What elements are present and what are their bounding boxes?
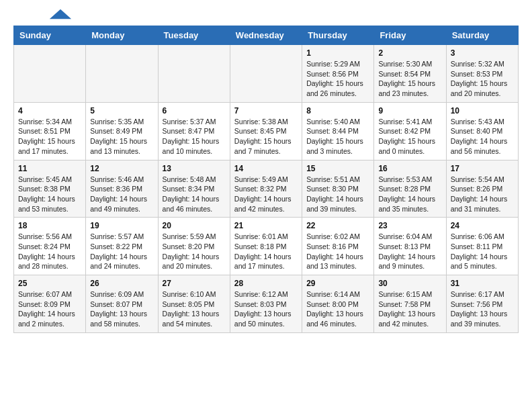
day-of-week-header: Monday — [86, 26, 158, 45]
day-number: 3 — [451, 48, 514, 58]
calendar-cell: 24Sunrise: 6:06 AM Sunset: 8:11 PM Dayli… — [446, 218, 518, 275]
day-number: 7 — [234, 106, 298, 116]
day-info: Sunrise: 5:45 AM Sunset: 8:38 PM Dayligh… — [18, 175, 81, 214]
day-info: Sunrise: 5:59 AM Sunset: 8:20 PM Dayligh… — [163, 232, 226, 271]
day-number: 1 — [306, 48, 369, 58]
calendar-week-row: 18Sunrise: 5:56 AM Sunset: 8:24 PM Dayli… — [14, 218, 519, 275]
day-of-week-header: Wednesday — [230, 26, 302, 45]
calendar-cell: 15Sunrise: 5:51 AM Sunset: 8:30 PM Dayli… — [302, 160, 374, 218]
calendar-cell: 17Sunrise: 5:54 AM Sunset: 8:26 PM Dayli… — [446, 160, 518, 218]
calendar-table: SundayMondayTuesdayWednesdayThursdayFrid… — [13, 26, 519, 333]
day-number: 24 — [451, 221, 514, 230]
day-info: Sunrise: 6:17 AM Sunset: 7:56 PM Dayligh… — [451, 289, 514, 329]
calendar-cell: 4Sunrise: 5:34 AM Sunset: 8:51 PM Daylig… — [14, 102, 86, 160]
calendar-cell: 20Sunrise: 5:59 AM Sunset: 8:20 PM Dayli… — [158, 218, 230, 275]
day-number: 12 — [90, 164, 153, 173]
calendar-cell: 25Sunrise: 6:07 AM Sunset: 8:09 PM Dayli… — [14, 275, 86, 333]
day-number: 26 — [90, 279, 153, 288]
day-info: Sunrise: 5:35 AM Sunset: 8:49 PM Dayligh… — [90, 117, 153, 156]
day-of-week-header: Friday — [374, 26, 446, 45]
day-info: Sunrise: 5:49 AM Sunset: 8:32 PM Dayligh… — [234, 175, 298, 214]
day-info: Sunrise: 5:53 AM Sunset: 8:28 PM Dayligh… — [378, 175, 441, 214]
calendar-cell: 13Sunrise: 5:48 AM Sunset: 8:34 PM Dayli… — [158, 160, 230, 218]
day-info: Sunrise: 6:12 AM Sunset: 8:03 PM Dayligh… — [234, 289, 298, 329]
calendar-cell: 18Sunrise: 5:56 AM Sunset: 8:24 PM Dayli… — [14, 218, 86, 275]
day-number: 13 — [163, 164, 226, 173]
day-info: Sunrise: 5:37 AM Sunset: 8:47 PM Dayligh… — [163, 117, 226, 156]
calendar-cell: 26Sunrise: 6:09 AM Sunset: 8:07 PM Dayli… — [86, 275, 158, 333]
calendar-cell: 7Sunrise: 5:38 AM Sunset: 8:45 PM Daylig… — [230, 102, 302, 160]
day-info: Sunrise: 5:57 AM Sunset: 8:22 PM Dayligh… — [90, 232, 153, 271]
day-number: 30 — [378, 279, 441, 288]
day-number: 5 — [90, 106, 153, 116]
day-info: Sunrise: 5:34 AM Sunset: 8:51 PM Dayligh… — [18, 117, 81, 156]
day-info: Sunrise: 6:02 AM Sunset: 8:16 PM Dayligh… — [306, 232, 369, 271]
calendar-cell: 12Sunrise: 5:46 AM Sunset: 8:36 PM Dayli… — [86, 160, 158, 218]
day-number: 11 — [18, 164, 81, 173]
day-of-week-header: Sunday — [14, 26, 86, 45]
day-number: 23 — [378, 221, 441, 230]
day-number: 19 — [90, 221, 153, 230]
day-number: 31 — [451, 279, 514, 288]
day-info: Sunrise: 5:43 AM Sunset: 8:40 PM Dayligh… — [451, 117, 514, 156]
day-number: 14 — [234, 164, 298, 173]
calendar-cell: 23Sunrise: 6:04 AM Sunset: 8:13 PM Dayli… — [374, 218, 446, 275]
day-number: 25 — [18, 279, 81, 288]
day-number: 17 — [451, 164, 514, 173]
calendar-cell: 22Sunrise: 6:02 AM Sunset: 8:16 PM Dayli… — [302, 218, 374, 275]
day-info: Sunrise: 5:32 AM Sunset: 8:53 PM Dayligh… — [451, 59, 514, 99]
calendar-cell: 31Sunrise: 6:17 AM Sunset: 7:56 PM Dayli… — [446, 275, 518, 333]
day-info: Sunrise: 6:06 AM Sunset: 8:11 PM Dayligh… — [451, 232, 514, 271]
calendar-cell: 14Sunrise: 5:49 AM Sunset: 8:32 PM Dayli… — [230, 160, 302, 218]
day-number: 8 — [306, 106, 369, 116]
logo-icon — [48, 8, 73, 20]
day-info: Sunrise: 5:54 AM Sunset: 8:26 PM Dayligh… — [451, 175, 514, 214]
day-number: 9 — [378, 106, 441, 116]
day-info: Sunrise: 5:40 AM Sunset: 8:44 PM Dayligh… — [306, 117, 369, 156]
calendar-header-row: SundayMondayTuesdayWednesdayThursdayFrid… — [14, 26, 519, 45]
calendar-cell: 16Sunrise: 5:53 AM Sunset: 8:28 PM Dayli… — [374, 160, 446, 218]
calendar-cell: 28Sunrise: 6:12 AM Sunset: 8:03 PM Dayli… — [230, 275, 302, 333]
calendar-cell: 2Sunrise: 5:30 AM Sunset: 8:54 PM Daylig… — [374, 45, 446, 103]
day-number: 15 — [306, 164, 369, 173]
calendar-cell: 6Sunrise: 5:37 AM Sunset: 8:47 PM Daylig… — [158, 102, 230, 160]
day-info: Sunrise: 6:15 AM Sunset: 7:58 PM Dayligh… — [378, 289, 441, 329]
day-number: 2 — [378, 48, 441, 58]
calendar-cell: 3Sunrise: 5:32 AM Sunset: 8:53 PM Daylig… — [446, 45, 518, 103]
calendar-cell: 27Sunrise: 6:10 AM Sunset: 8:05 PM Dayli… — [158, 275, 230, 333]
day-info: Sunrise: 6:04 AM Sunset: 8:13 PM Dayligh… — [378, 232, 441, 271]
day-number: 4 — [18, 106, 81, 116]
day-info: Sunrise: 5:38 AM Sunset: 8:45 PM Dayligh… — [234, 117, 298, 156]
calendar-week-row: 25Sunrise: 6:07 AM Sunset: 8:09 PM Dayli… — [14, 275, 519, 333]
calendar-cell: 9Sunrise: 5:41 AM Sunset: 8:42 PM Daylig… — [374, 102, 446, 160]
logo — [13, 11, 73, 20]
day-number: 6 — [163, 106, 226, 116]
day-info: Sunrise: 6:10 AM Sunset: 8:05 PM Dayligh… — [163, 289, 226, 329]
calendar-cell — [158, 45, 230, 103]
day-number: 29 — [306, 279, 369, 288]
day-info: Sunrise: 5:56 AM Sunset: 8:24 PM Dayligh… — [18, 232, 81, 271]
day-number: 18 — [18, 221, 81, 230]
calendar-cell: 19Sunrise: 5:57 AM Sunset: 8:22 PM Dayli… — [86, 218, 158, 275]
calendar-week-row: 1Sunrise: 5:29 AM Sunset: 8:56 PM Daylig… — [14, 45, 519, 103]
day-info: Sunrise: 5:30 AM Sunset: 8:54 PM Dayligh… — [378, 59, 441, 99]
day-of-week-header: Saturday — [446, 26, 518, 45]
calendar-week-row: 4Sunrise: 5:34 AM Sunset: 8:51 PM Daylig… — [14, 102, 519, 160]
page-header — [13, 11, 519, 20]
calendar-cell: 29Sunrise: 6:14 AM Sunset: 8:00 PM Dayli… — [302, 275, 374, 333]
svg-marker-0 — [50, 9, 71, 19]
day-info: Sunrise: 6:14 AM Sunset: 8:00 PM Dayligh… — [306, 289, 369, 329]
day-number: 22 — [306, 221, 369, 230]
day-number: 16 — [378, 164, 441, 173]
day-number: 10 — [451, 106, 514, 116]
calendar-week-row: 11Sunrise: 5:45 AM Sunset: 8:38 PM Dayli… — [14, 160, 519, 218]
day-info: Sunrise: 5:29 AM Sunset: 8:56 PM Dayligh… — [306, 59, 369, 99]
day-number: 27 — [163, 279, 226, 288]
calendar-cell: 30Sunrise: 6:15 AM Sunset: 7:58 PM Dayli… — [374, 275, 446, 333]
calendar-cell: 11Sunrise: 5:45 AM Sunset: 8:38 PM Dayli… — [14, 160, 86, 218]
day-info: Sunrise: 6:07 AM Sunset: 8:09 PM Dayligh… — [18, 289, 81, 329]
calendar-cell — [14, 45, 86, 103]
day-number: 21 — [234, 221, 298, 230]
calendar-cell: 10Sunrise: 5:43 AM Sunset: 8:40 PM Dayli… — [446, 102, 518, 160]
day-info: Sunrise: 5:46 AM Sunset: 8:36 PM Dayligh… — [90, 175, 153, 214]
